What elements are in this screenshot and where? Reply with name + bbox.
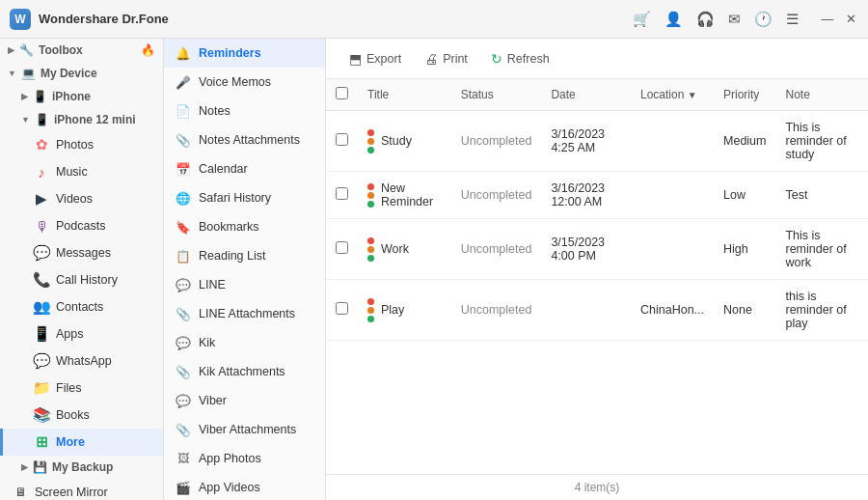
table-row: Work Uncompleted 3/15/2023 4:00 PM High …	[326, 219, 868, 280]
more-label: More	[56, 435, 85, 449]
iphone-icon: 📱	[33, 90, 47, 103]
whatsapp-icon: 💬	[34, 353, 49, 369]
mid-item-kikattachments[interactable]: 📎 Kik Attachments	[164, 357, 325, 386]
toolbox-chevron: ▶	[8, 45, 14, 55]
reminder-dots	[367, 129, 374, 153]
mid-item-appphotos[interactable]: 🖼 App Photos	[164, 444, 325, 473]
row-title: Study	[381, 134, 412, 148]
mid-item-readinglist[interactable]: 📋 Reading List	[164, 241, 325, 270]
history-icon[interactable]: 🕐	[754, 11, 773, 28]
row-checkbox-1[interactable]	[336, 187, 348, 200]
sidebar-item-screenmirror[interactable]: 🖥 Screen Mirror	[0, 479, 163, 500]
sidebar-item-music[interactable]: ♪ Music	[0, 158, 163, 185]
select-all-checkbox[interactable]	[336, 87, 348, 99]
col-header-location: Location ▼	[631, 79, 714, 111]
sidebar: ▶ 🔧 Toolbox 🔥 ▼ 💻 My Device ▶ 📱 iPhone ▼…	[0, 39, 164, 500]
mid-item-viberattachments[interactable]: 📎 Viber Attachments	[164, 415, 325, 444]
sidebar-item-mybackup[interactable]: ▶ 💾 My Backup	[0, 456, 163, 479]
notesattachments-icon: 📎	[176, 132, 191, 148]
table-header-row: Title Status Date Location ▼ Priority No…	[326, 79, 868, 111]
row-note: This is reminder of work	[775, 219, 868, 280]
print-label: Print	[443, 52, 468, 66]
mid-item-lineattachments[interactable]: 📎 LINE Attachments	[164, 299, 325, 328]
screenmirror-icon: 🖥	[13, 485, 28, 500]
close-button[interactable]: ✕	[843, 12, 858, 27]
sidebar-item-apps[interactable]: 📱 Apps	[0, 320, 163, 347]
headset-icon[interactable]: 🎧	[696, 11, 715, 28]
sidebar-item-toolbox[interactable]: ▶ 🔧 Toolbox 🔥	[0, 39, 163, 62]
mid-item-bookmarks[interactable]: 🔖 Bookmarks	[164, 212, 325, 241]
data-table-area: Title Status Date Location ▼ Priority No…	[326, 79, 868, 474]
podcasts-icon: 🎙	[34, 218, 49, 234]
sidebar-item-videos[interactable]: ▶ Videos	[0, 185, 163, 212]
my-device-chevron: ▼	[8, 69, 16, 78]
sidebar-item-photos[interactable]: ✿ Photos	[0, 131, 163, 158]
minimize-button[interactable]: —	[820, 12, 835, 27]
app-logo-icon: W	[10, 9, 31, 30]
row-checkbox-0[interactable]	[336, 133, 348, 146]
mid-item-kik[interactable]: 💬 Kik	[164, 328, 325, 357]
callhistory-icon: 📞	[34, 272, 49, 288]
sidebar-item-files[interactable]: 📁 Files	[0, 375, 163, 402]
print-button[interactable]: 🖨 Print	[415, 47, 477, 70]
title-bar-actions: 🛒 👤 🎧 ✉ 🕐 ☰ — ✕	[633, 11, 858, 28]
row-checkbox-cell	[326, 111, 358, 172]
sidebar-item-books[interactable]: 📚 Books	[0, 402, 163, 429]
sidebar-item-more[interactable]: ⊞ More	[0, 429, 163, 456]
viber-label: Viber	[199, 394, 227, 407]
bookmarks-icon: 🔖	[176, 219, 191, 235]
sidebar-item-messages[interactable]: 💬 Messages	[0, 239, 163, 266]
mid-item-viber[interactable]: 💬 Viber	[164, 386, 325, 415]
mid-item-safarihistory[interactable]: 🌐 Safari History	[164, 183, 325, 212]
iphone-label: iPhone	[52, 90, 91, 103]
export-button[interactable]: ⬒ Export	[339, 47, 411, 70]
row-title-cell: Work	[358, 219, 451, 280]
row-status: Uncompleted	[451, 172, 542, 219]
reminders-table: Title Status Date Location ▼ Priority No…	[326, 79, 868, 341]
mail-icon[interactable]: ✉	[728, 11, 741, 28]
cart-icon[interactable]: 🛒	[633, 11, 651, 28]
row-checkbox-3[interactable]	[336, 302, 348, 315]
mid-item-calendar[interactable]: 📅 Calendar	[164, 154, 325, 183]
toolbox-badge: 🔥	[141, 43, 155, 57]
mid-item-appvideos[interactable]: 🎬 App Videos	[164, 473, 325, 500]
bookmarks-label: Bookmarks	[199, 220, 259, 234]
mid-item-notesattachments[interactable]: 📎 Notes Attachments	[164, 125, 325, 154]
main-layout: ▶ 🔧 Toolbox 🔥 ▼ 💻 My Device ▶ 📱 iPhone ▼…	[0, 39, 868, 500]
mybackup-chevron: ▶	[21, 462, 28, 472]
row-location	[631, 172, 714, 219]
row-checkbox-cell	[326, 172, 358, 219]
sidebar-item-podcasts[interactable]: 🎙 Podcasts	[0, 212, 163, 239]
files-icon: 📁	[34, 380, 49, 396]
whatsapp-label: WhatsApp	[56, 354, 112, 368]
mid-item-notes[interactable]: 📄 Notes	[164, 97, 325, 125]
app-title: Wondershare Dr.Fone	[39, 12, 169, 26]
sidebar-item-iphone[interactable]: ▶ 📱 iPhone	[0, 85, 163, 108]
user-icon[interactable]: 👤	[665, 11, 683, 28]
apps-icon: 📱	[34, 326, 49, 342]
my-device-icon: 💻	[21, 67, 36, 80]
sidebar-item-contacts[interactable]: 👥 Contacts	[0, 293, 163, 320]
screenmirror-label: Screen Mirror	[35, 486, 108, 499]
refresh-button[interactable]: ↻ Refresh	[481, 47, 559, 70]
menu-icon[interactable]: ☰	[786, 11, 799, 28]
row-checkbox-2[interactable]	[336, 241, 348, 254]
sidebar-item-whatsapp[interactable]: 💬 WhatsApp	[0, 347, 163, 375]
kikattachments-label: Kik Attachments	[199, 365, 285, 378]
table-footer: 4 item(s)	[326, 474, 868, 500]
app-logo-area: W Wondershare Dr.Fone	[10, 9, 633, 30]
readinglist-label: Reading List	[199, 249, 266, 263]
mid-item-reminders[interactable]: 🔔 Reminders	[164, 39, 325, 68]
reminders-icon: 🔔	[176, 45, 191, 61]
location-sort-icon[interactable]: ▼	[688, 90, 697, 100]
row-date: 3/16/2023 12:00 AM	[541, 172, 631, 219]
sidebar-item-iphone12mini[interactable]: ▼ 📱 iPhone 12 mini	[0, 108, 163, 131]
reminder-dots	[367, 298, 374, 322]
mid-item-voicememos[interactable]: 🎤 Voice Memos	[164, 68, 325, 97]
mid-item-line[interactable]: 💬 LINE	[164, 270, 325, 299]
refresh-icon: ↻	[491, 51, 502, 67]
sidebar-item-callhistory[interactable]: 📞 Call History	[0, 266, 163, 293]
col-header-date: Date	[541, 79, 631, 111]
contacts-label: Contacts	[56, 300, 103, 314]
sidebar-item-my-device[interactable]: ▼ 💻 My Device	[0, 62, 163, 85]
